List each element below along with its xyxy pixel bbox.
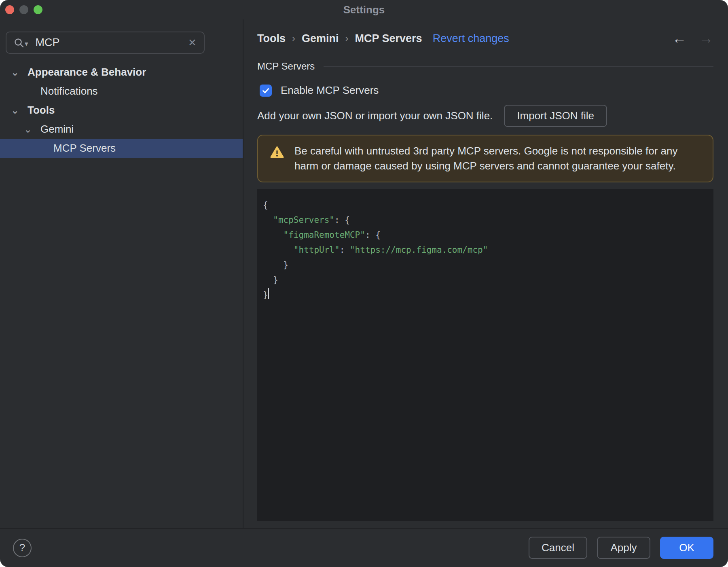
- settings-sidebar: ▾ ✕ ⌄ Appearance & Behavior Notification…: [0, 19, 243, 528]
- search-input[interactable]: [35, 36, 188, 49]
- chevron-down-icon[interactable]: ⌄: [9, 106, 21, 114]
- tree-item-label: Appearance & Behavior: [28, 66, 146, 78]
- code-line: }: [263, 273, 708, 288]
- breadcrumb-gemini[interactable]: Gemini: [302, 32, 339, 45]
- search-options-dropdown-icon[interactable]: ▾: [25, 40, 28, 48]
- traffic-lights: [5, 0, 42, 19]
- clear-search-icon[interactable]: ✕: [188, 37, 197, 49]
- enable-mcp-label: Enable MCP Servers: [281, 84, 379, 97]
- code-line: {: [263, 198, 708, 213]
- tree-item-label: Notifications: [40, 85, 98, 97]
- code-line: "mcpServers": {: [263, 213, 708, 228]
- text-cursor: [268, 288, 269, 299]
- tree-item-label: MCP Servers: [53, 142, 116, 154]
- revert-changes-link[interactable]: Revert changes: [433, 32, 509, 45]
- titlebar: Settings: [0, 0, 728, 19]
- section-title: MCP Servers: [257, 61, 315, 72]
- import-instruction-text: Add your own JSON or import your own JSO…: [257, 110, 493, 122]
- apply-button[interactable]: Apply: [597, 537, 650, 559]
- sidebar-item-tools[interactable]: ⌄ Tools: [0, 101, 243, 120]
- minimize-window-button[interactable]: [19, 5, 28, 14]
- breadcrumb-separator-icon: ›: [345, 33, 349, 44]
- window-title: Settings: [343, 4, 385, 16]
- section-header: MCP Servers: [257, 61, 713, 72]
- warning-text-line: Be careful with untrusted 3rd party MCP …: [294, 144, 678, 159]
- warning-text: Be careful with untrusted 3rd party MCP …: [294, 144, 678, 173]
- sidebar-item-appearance-behavior[interactable]: ⌄ Appearance & Behavior: [0, 63, 243, 82]
- code-line: "figmaRemoteMCP": {: [263, 228, 708, 243]
- warning-triangle-icon: [270, 146, 284, 160]
- chevron-down-icon[interactable]: ⌄: [22, 125, 34, 133]
- checkmark-icon: [261, 86, 270, 95]
- settings-content: Tools › Gemini › MCP Servers Revert chan…: [243, 19, 728, 528]
- zoom-window-button[interactable]: [34, 5, 42, 14]
- settings-window: Settings ▾ ✕ ⌄ Appearance & Behavior: [0, 0, 728, 567]
- forward-arrow-icon[interactable]: →: [699, 31, 713, 46]
- import-row: Add your own JSON or import your own JSO…: [257, 105, 713, 127]
- back-arrow-icon[interactable]: ←: [672, 31, 687, 46]
- search-icon[interactable]: [14, 38, 24, 48]
- code-line: }: [263, 258, 708, 273]
- dialog-footer: ? Cancel Apply OK: [0, 528, 728, 567]
- sidebar-item-notifications[interactable]: Notifications: [0, 82, 243, 101]
- breadcrumb-mcp-servers: MCP Servers: [355, 32, 422, 45]
- settings-tree: ⌄ Appearance & Behavior Notifications ⌄ …: [0, 63, 243, 158]
- code-line: "httpUrl": "https://mcp.figma.com/mcp": [263, 243, 708, 258]
- help-icon[interactable]: ?: [13, 539, 32, 557]
- mcp-json-editor[interactable]: { "mcpServers": { "figmaRemoteMCP": { "h…: [257, 189, 713, 521]
- settings-search-field[interactable]: ▾ ✕: [6, 32, 205, 54]
- breadcrumb: Tools › Gemini › MCP Servers Revert chan…: [257, 30, 713, 47]
- section-divider: [324, 66, 713, 67]
- history-nav: ← →: [672, 31, 713, 46]
- tree-item-label: Tools: [28, 104, 55, 116]
- close-window-button[interactable]: [5, 5, 14, 14]
- code-line: }: [263, 288, 708, 303]
- breadcrumb-separator-icon: ›: [292, 33, 295, 44]
- ok-button[interactable]: OK: [660, 537, 713, 559]
- cancel-button[interactable]: Cancel: [529, 537, 587, 559]
- sidebar-item-gemini[interactable]: ⌄ Gemini: [0, 120, 243, 139]
- warning-banner: Be careful with untrusted 3rd party MCP …: [257, 135, 713, 182]
- sidebar-item-mcp-servers[interactable]: MCP Servers: [0, 139, 243, 158]
- warning-text-line: harm or damage caused by using MCP serve…: [294, 159, 678, 173]
- chevron-down-icon[interactable]: ⌄: [9, 68, 21, 76]
- breadcrumb-tools[interactable]: Tools: [257, 32, 286, 45]
- enable-mcp-row: Enable MCP Servers: [257, 84, 713, 97]
- enable-mcp-checkbox[interactable]: [260, 85, 272, 97]
- tree-item-label: Gemini: [40, 123, 74, 135]
- import-json-file-button[interactable]: Import JSON file: [504, 105, 607, 127]
